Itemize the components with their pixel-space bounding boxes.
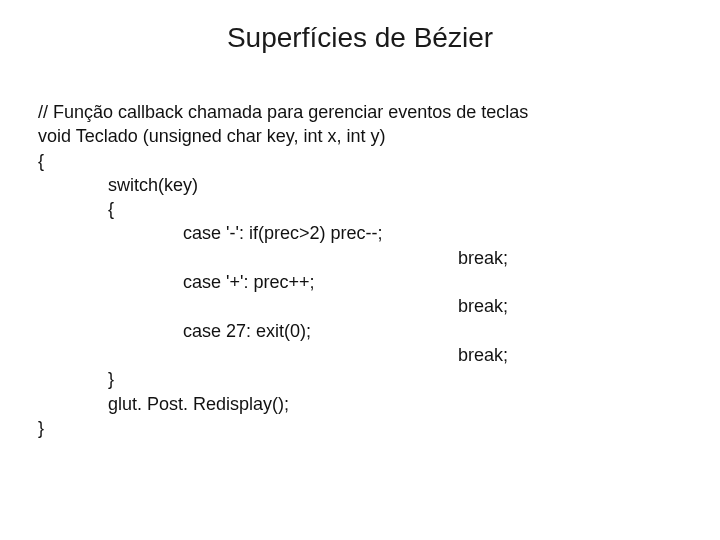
code-line: }: [38, 367, 682, 391]
code-line: case '+': prec++;: [38, 270, 682, 294]
code-line: void Teclado (unsigned char key, int x, …: [38, 124, 682, 148]
slide: Superfícies de Bézier // Função callback…: [0, 0, 720, 540]
code-line: {: [38, 149, 682, 173]
code-line: {: [38, 197, 682, 221]
code-line: break;: [38, 246, 682, 270]
code-line: }: [38, 416, 682, 440]
code-line: switch(key): [38, 173, 682, 197]
code-line: glut. Post. Redisplay();: [38, 392, 682, 416]
code-line: case '-': if(prec>2) prec--;: [38, 221, 682, 245]
code-line: break;: [38, 343, 682, 367]
slide-title: Superfícies de Bézier: [0, 22, 720, 54]
code-block: // Função callback chamada para gerencia…: [38, 100, 682, 440]
code-line: break;: [38, 294, 682, 318]
code-line: // Função callback chamada para gerencia…: [38, 100, 682, 124]
code-line: case 27: exit(0);: [38, 319, 682, 343]
